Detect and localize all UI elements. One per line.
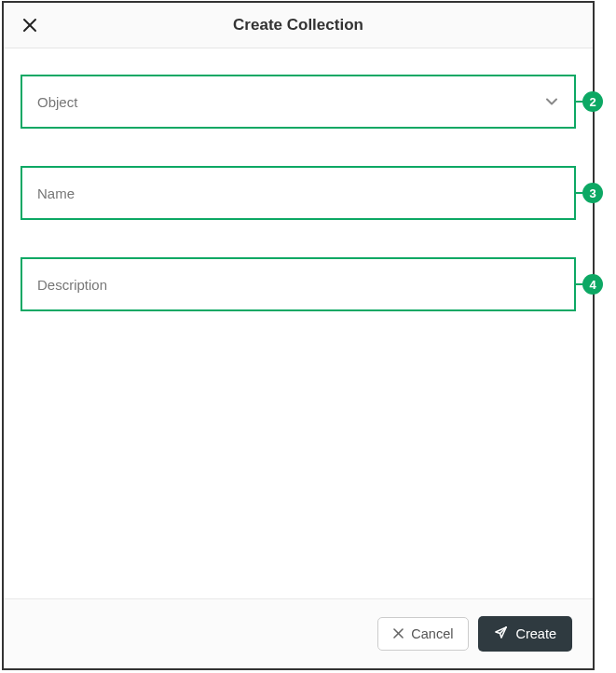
modal-header: Create Collection xyxy=(4,3,593,48)
callout-badge-2: 2 xyxy=(582,91,603,112)
object-field-wrapper: Object 2 xyxy=(21,75,576,129)
create-collection-modal: Create Collection Object 2 Name xyxy=(2,1,595,670)
cancel-button-label: Cancel xyxy=(411,626,453,641)
create-button-label: Create xyxy=(515,626,556,641)
description-field-wrapper: Description 4 xyxy=(21,257,576,311)
modal-footer: Cancel Create xyxy=(4,598,593,668)
name-input[interactable]: Name xyxy=(21,166,576,220)
callout-badge-4: 4 xyxy=(582,274,603,295)
cancel-button[interactable]: Cancel xyxy=(377,617,469,651)
description-input[interactable]: Description xyxy=(21,257,576,311)
object-placeholder: Object xyxy=(37,94,77,110)
name-placeholder: Name xyxy=(37,185,75,201)
callout-3: 3 xyxy=(575,183,603,203)
modal-body: Object 2 Name 3 Des xyxy=(4,48,593,598)
create-button[interactable]: Create xyxy=(478,616,572,652)
callout-2: 2 xyxy=(575,91,603,112)
object-select[interactable]: Object xyxy=(21,75,576,129)
close-icon[interactable] xyxy=(21,16,39,34)
callout-4: 4 xyxy=(575,274,603,295)
x-icon xyxy=(393,626,404,641)
paper-plane-icon xyxy=(494,625,508,642)
chevron-down-icon xyxy=(544,94,559,109)
modal-title: Create Collection xyxy=(233,16,363,34)
callout-badge-3: 3 xyxy=(582,183,603,203)
description-placeholder: Description xyxy=(37,277,107,293)
name-field-wrapper: Name 3 xyxy=(21,166,576,220)
